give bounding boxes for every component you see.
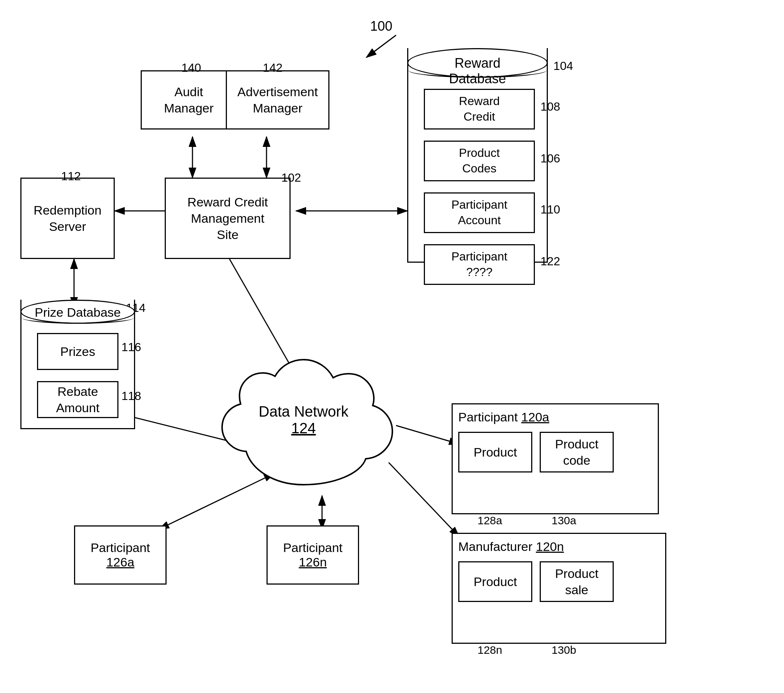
audit-manager-box: AuditManager	[141, 70, 237, 130]
participant-126a-label: Participant	[91, 540, 150, 555]
svg-line-11	[396, 425, 459, 444]
prize-database-label: Prize Database	[20, 305, 135, 320]
ref-100: 100	[370, 18, 392, 34]
diagram: 100 RewardDatabase 104 RewardCredit 108 …	[0, 0, 784, 693]
product-code-130a-box: Productcode	[540, 432, 614, 473]
ref-106: 106	[540, 152, 560, 165]
ref-108: 108	[540, 100, 560, 113]
ref-140: 140	[181, 61, 201, 75]
reward-credit-box: RewardCredit	[424, 89, 535, 130]
ref-118: 118	[122, 389, 141, 403]
participant-account-box: ParticipantAccount	[424, 192, 535, 233]
reward-credit-management-box: Reward CreditManagementSite	[165, 177, 291, 259]
ref-130a: 130a	[552, 514, 576, 527]
ref-102: 102	[281, 171, 301, 185]
participant-question-box: Participant????	[424, 244, 535, 285]
product-128n-box: Product	[458, 561, 532, 602]
product-codes-box: ProductCodes	[424, 141, 535, 181]
ref-110: 110	[540, 203, 560, 217]
ref-128a: 128a	[478, 514, 502, 527]
participant-126n-id: 126n	[299, 555, 327, 570]
data-network-label: Data Network124	[222, 403, 385, 437]
data-network-id: 124	[292, 420, 316, 436]
participant-126a-id: 126a	[106, 555, 134, 570]
ref-112: 112	[61, 169, 81, 183]
prizes-box: Prizes	[37, 333, 119, 370]
svg-line-13	[366, 35, 396, 57]
product-sale-130b-box: Productsale	[540, 561, 614, 602]
reward-database-label: RewardDatabase	[407, 56, 548, 87]
product-128a-box: Product	[458, 432, 532, 473]
ref-128n: 128n	[478, 644, 502, 656]
participant-126a-box: Participant 126a	[74, 525, 166, 585]
participant-126n-label: Participant	[283, 540, 343, 555]
participant-126n-box: Participant 126n	[267, 525, 359, 585]
manufacturer-120n-container: Manufacturer 120n Product Productsale	[451, 533, 666, 644]
ref-104: 104	[553, 59, 573, 73]
rebate-amount-box: RebateAmount	[37, 381, 119, 418]
manufacturer-120n-header: Manufacturer 120n	[458, 539, 660, 554]
advertisement-manager-box: AdvertisementManager	[226, 70, 329, 130]
redemption-server-box: RedemptionServer	[20, 177, 115, 259]
ref-142: 142	[263, 61, 282, 75]
ref-130b: 130b	[552, 644, 576, 656]
participant-120a-container: Participant 120a Product Productcode	[451, 403, 659, 514]
ref-122: 122	[540, 255, 560, 268]
ref-116: 116	[122, 340, 141, 354]
participant-120a-header: Participant 120a	[458, 410, 652, 424]
